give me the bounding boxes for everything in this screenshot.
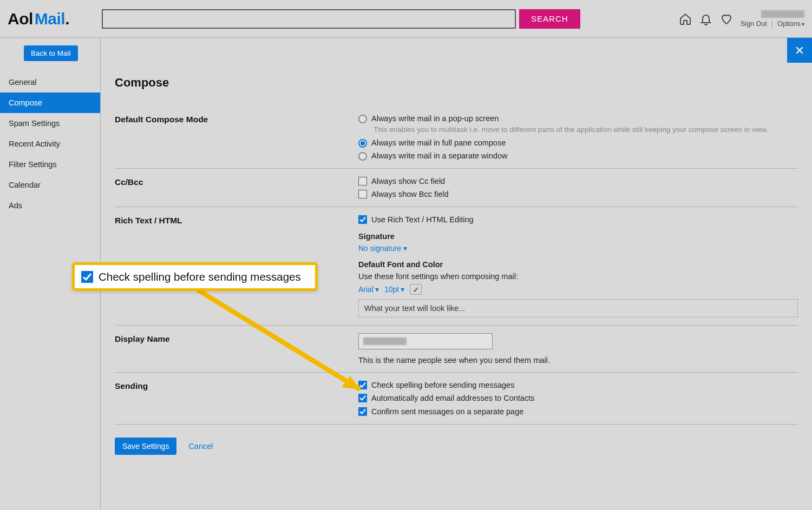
sidebar-item-recent-activity[interactable]: Recent Activity [0,134,100,154]
logo-aol: Aol [8,10,33,28]
content: Compose Default Compose Mode Always writ… [101,38,812,466]
account-links: Sign Out | Options▾ [741,20,804,28]
checkbox-icon[interactable] [358,407,367,416]
account-name-redacted [761,10,804,18]
signature-value: No signature [358,244,401,253]
section-body: Check spelling before sending messages A… [358,380,798,416]
checkbox-icon[interactable] [358,215,367,224]
radio-label: Always write mail in a pop-up screen [371,114,499,123]
chevron-down-icon: ▾ [401,285,404,294]
section-display-name: Display Name This is the name people see… [115,326,798,373]
pencil-icon [413,287,419,293]
home-icon[interactable] [679,12,692,25]
bell-icon[interactable] [699,12,712,25]
save-settings-button[interactable]: Save Settings [115,438,176,455]
checkbox-icon[interactable] [358,394,367,402]
font-family-value: Arial [358,285,374,294]
checkbox-spell-check[interactable]: Check spelling before sending messages [358,380,798,390]
radio-icon[interactable] [358,139,367,148]
section-body: Always show Cc field Always show Bcc fie… [358,176,798,199]
checkbox-label: Use Rich Text / HTML Editing [371,215,474,224]
section-cc-bcc: Cc/Bcc Always show Cc field Always show … [115,169,798,207]
checkbox-label: Check spelling before sending messages [371,380,514,390]
checkbox-confirm-sent[interactable]: Confirm sent messages on a separate page [358,407,798,416]
font-preview: What your text will look like... [358,299,798,317]
radio-icon[interactable] [358,152,367,161]
checkbox-label: Automatically add email addresses to Con… [371,393,534,403]
sidebar-item-calendar[interactable]: Calendar [0,175,100,195]
sidebar-item-ads[interactable]: Ads [0,195,100,216]
font-size-value: 10pt [384,285,399,294]
sidebar-item-spam-settings[interactable]: Spam Settings [0,113,100,134]
checkbox-label: Always show Cc field [371,176,445,186]
annotation-callout: Check spelling before sending messages [72,262,318,291]
back-to-mail-button[interactable]: Back to Mail [24,45,78,61]
logo-mail: Mail [35,10,65,28]
logo[interactable]: AolMail. [8,10,69,28]
radio-popup[interactable]: Always write mail in a pop-up screen [358,114,798,123]
section-compose-mode: Default Compose Mode Always write mail i… [115,106,798,169]
font-color-button[interactable] [410,284,422,295]
header-right: Sign Out | Options▾ [679,10,804,28]
section-label: Sending [115,380,358,416]
chevron-down-icon: ▾ [375,285,379,294]
header: AolMail. SEARCH Sign Out | Options▾ [0,0,812,38]
signature-dropdown[interactable]: No signature ▾ [358,244,407,253]
radio-label: Always write mail in full pane compose [371,138,506,148]
page-title: Compose [115,76,798,90]
font-heading: Default Font and Color [358,260,798,269]
section-label: Default Compose Mode [115,114,358,161]
checkbox-auto-contacts[interactable]: Automatically add email addresses to Con… [358,393,798,403]
checkbox-icon[interactable] [358,190,367,198]
heart-icon[interactable] [720,12,733,25]
radio-fullpane[interactable]: Always write mail in full pane compose [358,138,798,148]
section-label: Display Name [115,333,358,365]
search-input[interactable] [102,9,516,29]
logo-dot: . [65,10,69,28]
section-label: Cc/Bcc [115,176,358,199]
display-name-redacted [363,337,407,345]
radio-label: Always write mail in a separate window [371,151,507,161]
close-button[interactable] [787,38,812,63]
section-body: Use Rich Text / HTML Editing Signature N… [358,215,798,317]
radio-separate-window[interactable]: Always write mail in a separate window [358,151,798,161]
checkbox-label: Always show Bcc field [371,189,449,199]
section-body: This is the name people see when you sen… [358,333,798,365]
sidebar-item-compose[interactable]: Compose [0,92,100,113]
font-size-dropdown[interactable]: 10pt ▾ [384,285,404,294]
font-family-dropdown[interactable]: Arial ▾ [358,285,379,294]
account-box: Sign Out | Options▾ [741,10,804,28]
separator: | [771,20,773,28]
section-body: Always write mail in a pop-up screen Thi… [358,114,798,161]
checkbox-cc[interactable]: Always show Cc field [358,176,798,186]
checkbox-icon[interactable] [358,177,367,186]
radio-icon[interactable] [358,115,367,123]
annotation-label: Check spelling before sending messages [99,270,301,283]
cancel-link[interactable]: Cancel [188,442,213,451]
options-link[interactable]: Options▾ [777,20,804,28]
checkbox-label: Confirm sent messages on a separate page [371,407,523,416]
checkbox-icon [81,271,93,283]
footer-actions: Save Settings Cancel [115,438,798,455]
search-wrap: SEARCH [102,9,580,29]
font-row: Arial ▾ 10pt ▾ [358,284,798,295]
sidebar-item-filter-settings[interactable]: Filter Settings [0,154,100,175]
search-button[interactable]: SEARCH [519,9,580,29]
checkbox-icon[interactable] [358,381,367,389]
checkbox-use-rich-text[interactable]: Use Rich Text / HTML Editing [358,215,798,224]
chevron-down-icon: ▾ [802,21,804,27]
section-sending: Sending Check spelling before sending me… [115,373,798,424]
close-icon [794,45,805,56]
checkbox-bcc[interactable]: Always show Bcc field [358,189,798,199]
chevron-down-icon: ▾ [403,244,407,253]
font-hint: Use these font settings when composing m… [358,272,798,281]
display-name-input[interactable] [358,333,493,349]
popup-hint: This enables you to multitask i.e. move … [374,125,798,135]
display-name-hint: This is the name people see when you sen… [358,356,798,365]
sign-out-link[interactable]: Sign Out [741,20,767,28]
signature-heading: Signature [358,232,798,241]
sidebar-item-general[interactable]: General [0,72,100,92]
